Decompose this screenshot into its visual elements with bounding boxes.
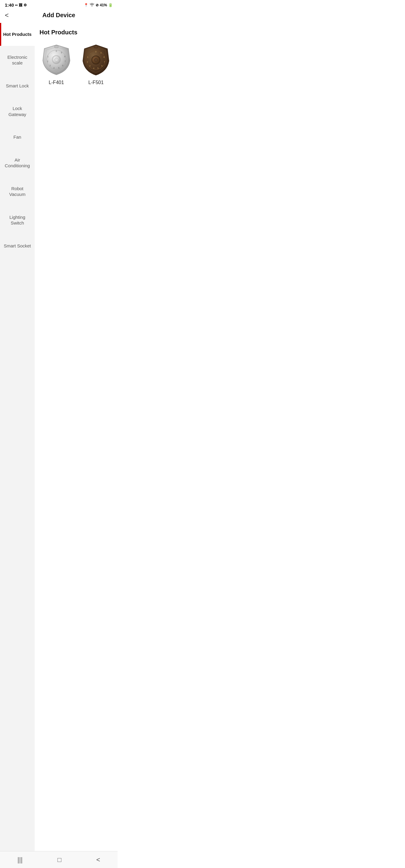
nav-home-button[interactable]: □ (52, 854, 67, 861)
svg-text:7: 7 (64, 60, 66, 62)
dots-icon: •• (15, 3, 18, 7)
svg-text:5: 5 (58, 67, 59, 69)
svg-text:9: 9 (100, 52, 102, 54)
sidebar-item-hot-products[interactable]: Hot Products (0, 23, 35, 46)
alarm-icon: ⊘ (95, 3, 98, 7)
svg-text:1: 1 (87, 56, 88, 58)
app-header: < Add Device (0, 9, 118, 23)
svg-text:6: 6 (62, 64, 63, 67)
svg-point-28 (94, 58, 98, 62)
svg-text:0: 0 (56, 50, 57, 52)
location-icon: 📍 (84, 3, 88, 7)
svg-text:4: 4 (93, 67, 94, 69)
svg-text:4: 4 (53, 67, 55, 69)
status-time: 1:40 (5, 2, 14, 7)
sidebar-item-label: Air Conditioning (5, 157, 30, 168)
product-grid: 0 9 8 7 6 5 4 3 2 1 . (39, 43, 113, 85)
sidebar-item-label: Lighting Switch (9, 215, 25, 226)
wifi-icon (90, 2, 94, 7)
status-icons-left: •• 🖼 ⚙ (15, 3, 27, 7)
svg-text:9: 9 (61, 52, 62, 54)
main-layout: Hot Products Electronic scale Smart Lock… (0, 23, 118, 861)
svg-point-13 (55, 58, 58, 61)
sidebar-item-label: Electronic scale (7, 55, 27, 66)
svg-rect-29 (94, 45, 98, 48)
svg-text:2: 2 (47, 60, 48, 62)
svg-text:8: 8 (104, 56, 105, 58)
product-name-lf501: L-F501 (88, 80, 104, 85)
product-card-lf401[interactable]: 0 9 8 7 6 5 4 3 2 1 . (39, 43, 73, 85)
product-card-lf501[interactable]: 0 9 8 7 6 5 4 3 2 1 . (79, 43, 113, 85)
svg-text:6: 6 (101, 65, 103, 67)
sidebar-item-electronic-scale[interactable]: Electronic scale (0, 46, 35, 74)
gear-icon: ⚙ (24, 3, 27, 7)
sidebar-item-label: Smart Lock (6, 83, 29, 88)
sidebar-item-label: Fan (13, 134, 21, 140)
sidebar-item-air-conditioning[interactable]: Air Conditioning (0, 149, 35, 177)
battery-icon: 🔋 (108, 3, 113, 7)
svg-text:7: 7 (104, 61, 105, 63)
status-bar: 1:40 •• 🖼 ⚙ 📍 ⊘ 41% 🔋 (0, 0, 118, 9)
sidebar-item-label: Smart Socket (4, 243, 31, 248)
svg-text:.: . (90, 52, 91, 54)
svg-text:3: 3 (89, 65, 90, 67)
bottom-navigation: ||| □ < (0, 851, 118, 861)
svg-text:8: 8 (64, 56, 65, 58)
status-right: 📍 ⊘ 41% 🔋 (84, 2, 113, 7)
nav-menu-button[interactable]: ||| (11, 854, 29, 861)
product-name-lf401: L-F401 (49, 80, 64, 85)
svg-text:3: 3 (50, 64, 51, 67)
product-image-lf401: 0 9 8 7 6 5 4 3 2 1 . (40, 43, 73, 76)
sidebar-item-smart-socket[interactable]: Smart Socket (0, 235, 35, 257)
sidebar-item-label: Lock Gateway (8, 106, 26, 117)
page-title: Add Device (42, 12, 76, 19)
back-button[interactable]: < (5, 11, 9, 19)
svg-text:1: 1 (47, 56, 49, 58)
sidebar-item-label: Hot Products (3, 32, 31, 37)
svg-text:5: 5 (97, 67, 98, 69)
content-title: Hot Products (39, 29, 113, 36)
svg-rect-14 (55, 45, 58, 48)
svg-text:0: 0 (95, 51, 96, 53)
content-area: Hot Products (35, 23, 118, 861)
sidebar-item-lighting-switch[interactable]: Lighting Switch (0, 206, 35, 235)
nav-back-button[interactable]: < (90, 854, 106, 861)
image-icon: 🖼 (19, 3, 22, 7)
svg-text:2: 2 (87, 61, 88, 63)
sidebar-item-label: Robot Vacuum (9, 186, 26, 197)
svg-text:.: . (51, 52, 52, 54)
sidebar-item-robot-vacuum[interactable]: Robot Vacuum (0, 177, 35, 206)
sidebar-item-smart-lock[interactable]: Smart Lock (0, 74, 35, 97)
product-image-lf501: 0 9 8 7 6 5 4 3 2 1 . (79, 43, 113, 76)
sidebar-item-lock-gateway[interactable]: Lock Gateway (0, 97, 35, 126)
sidebar: Hot Products Electronic scale Smart Lock… (0, 23, 35, 861)
battery-percent: 41% (100, 3, 107, 7)
sidebar-item-fan[interactable]: Fan (0, 126, 35, 149)
